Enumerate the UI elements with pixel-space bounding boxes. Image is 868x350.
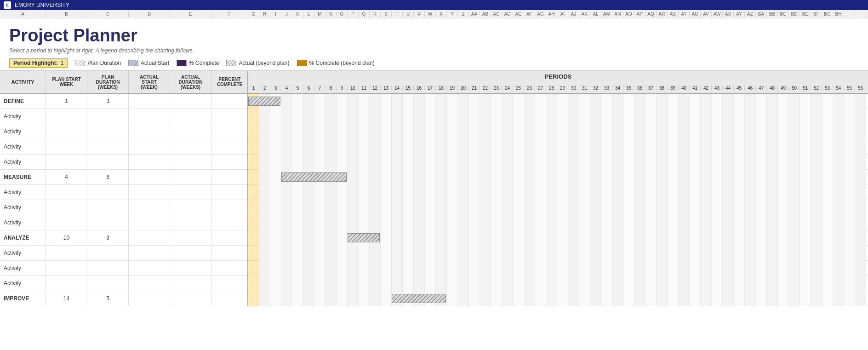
period-cell-50 [789,155,800,170]
period-cell-30 [568,276,579,291]
col-header-period-50: BD [789,11,800,17]
period-cell-11 [359,109,370,124]
period-cell-40 [679,185,690,200]
period-num-48: 48 [767,86,778,91]
period-cell-12 [370,261,381,276]
period-cell-20 [458,170,469,185]
period-cell-35 [623,185,634,200]
period-cell-46 [745,200,756,215]
period-cell-11 [359,276,370,291]
col-header-period-43: AW [712,11,723,17]
table-row: Activity [0,109,247,124]
period-highlight-box[interactable]: Period Highlight: 1 [9,58,68,68]
col-header-period-4: J [281,11,292,17]
period-cell-52 [811,170,822,185]
period-cell-38 [657,124,668,139]
period-cell-41 [690,94,701,109]
period-cell-31 [579,155,590,170]
period-cell-37 [645,124,657,139]
period-cell-22 [480,109,491,124]
period-cell-47 [756,200,767,215]
period-cell-2 [259,155,270,170]
period-cell-27 [535,230,546,246]
period-cell-40 [679,200,690,215]
period-cell-9 [337,261,348,276]
period-cell-33 [601,200,612,215]
period-cell-30 [568,200,579,215]
period-cell-18 [436,200,447,215]
period-cell-25 [513,170,524,185]
period-cell-23 [491,246,502,261]
col-header-period-29: AI [557,11,568,17]
period-cell-33 [601,276,612,291]
cell-plan-start [46,124,87,139]
period-cell-17 [425,155,436,170]
period-cell-42 [701,185,712,200]
cell-actual-start [129,124,170,139]
period-cell-29 [557,230,568,246]
period-cell-20 [458,215,469,230]
period-cell-9 [337,155,348,170]
periods-label: PERIODS [248,71,868,83]
period-cell-8 [326,94,337,109]
period-cell-45 [734,185,745,200]
period-cell-5 [292,124,303,139]
period-cell-28 [546,215,557,230]
col-c: C [87,11,129,17]
period-cell-33 [601,109,612,124]
col-header-period-32: AL [590,11,601,17]
period-cell-28 [546,291,557,306]
period-cell-17 [425,246,436,261]
cell-pct [211,261,248,275]
cell-activity: Activity [0,276,46,291]
period-num-12: 12 [370,86,381,91]
period-cell-13 [381,155,392,170]
period-cell-49 [778,124,789,139]
period-cell-24 [502,124,513,139]
period-cell-4 [281,139,292,155]
period-cell-10 [348,291,359,306]
period-cell-7 [314,139,326,155]
period-cell-49 [778,246,789,261]
period-cell-55 [844,124,855,139]
period-cell-1 [248,276,259,291]
period-cell-35 [623,155,634,170]
period-cell-53 [822,94,833,109]
period-cell-18 [436,94,447,109]
period-cell-4 [281,230,292,246]
period-cell-40 [679,124,690,139]
period-cell-33 [601,185,612,200]
period-cell-12 [370,215,381,230]
period-cell-28 [546,230,557,246]
col-header-period-23: AC [491,11,502,17]
period-cell-10 [348,246,359,261]
period-cell-7 [314,230,326,246]
period-num-29: 29 [557,86,568,91]
period-cell-11 [359,124,370,139]
gantt-bar [281,172,347,182]
period-cell-42 [701,109,712,124]
period-cell-23 [491,230,502,246]
period-cell-7 [314,200,326,215]
period-cell-31 [579,261,590,276]
period-cell-23 [491,170,502,185]
period-cell-7 [314,155,326,170]
actual-beyond-label: Actual (beyond plan) [239,60,289,66]
period-num-17: 17 [425,86,436,91]
period-cell-42 [701,200,712,215]
period-cell-12 [370,246,381,261]
period-cell-54 [833,291,844,306]
cell-plan-start [46,276,87,291]
period-cell-28 [546,155,557,170]
period-cell-44 [723,291,734,306]
period-cell-26 [524,215,535,230]
period-cell-18 [436,230,447,246]
period-cell-8 [326,124,337,139]
period-cell-49 [778,170,789,185]
period-cell-55 [844,261,855,276]
period-cell-36 [634,246,645,261]
period-cell-10 [348,139,359,155]
period-cell-44 [723,246,734,261]
col-header-period-49: BC [778,11,789,17]
periods-numbers: 1234567891011121314151617181920212223242… [248,83,868,93]
